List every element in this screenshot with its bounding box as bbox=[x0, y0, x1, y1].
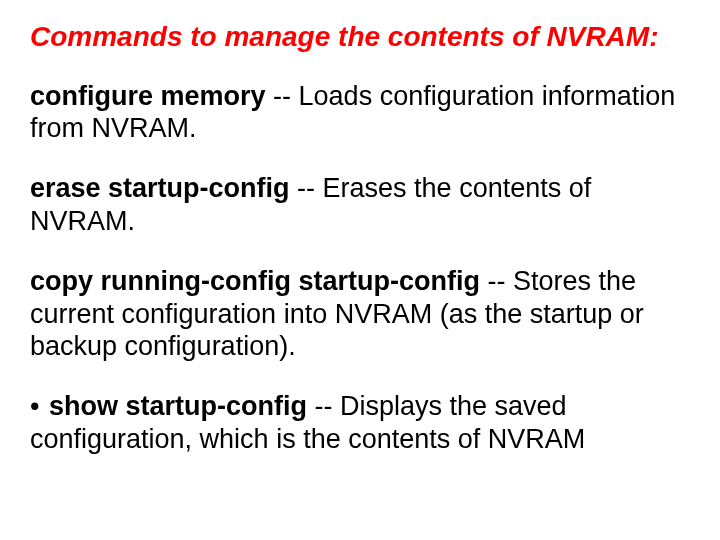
command-name: copy running-config startup-config bbox=[30, 266, 480, 296]
command-name: show startup-config bbox=[49, 391, 307, 421]
bullet-icon: • bbox=[30, 390, 39, 422]
command-name: erase startup-config bbox=[30, 173, 290, 203]
command-item-copy-running-config: copy running-config startup-config -- St… bbox=[30, 265, 690, 362]
command-item-show-startup-config: • show startup-config -- Displays the sa… bbox=[30, 390, 690, 455]
command-sep: -- bbox=[307, 391, 340, 421]
section-title: Commands to manage the contents of NVRAM… bbox=[30, 20, 690, 54]
command-item-erase-startup-config: erase startup-config -- Erases the conte… bbox=[30, 172, 690, 237]
command-sep: -- bbox=[290, 173, 323, 203]
slide: Commands to manage the contents of NVRAM… bbox=[0, 0, 720, 540]
command-name: configure memory bbox=[30, 81, 266, 111]
command-item-configure-memory: configure memory -- Loads configuration … bbox=[30, 80, 690, 145]
command-sep: -- bbox=[266, 81, 299, 111]
command-sep: -- bbox=[480, 266, 513, 296]
